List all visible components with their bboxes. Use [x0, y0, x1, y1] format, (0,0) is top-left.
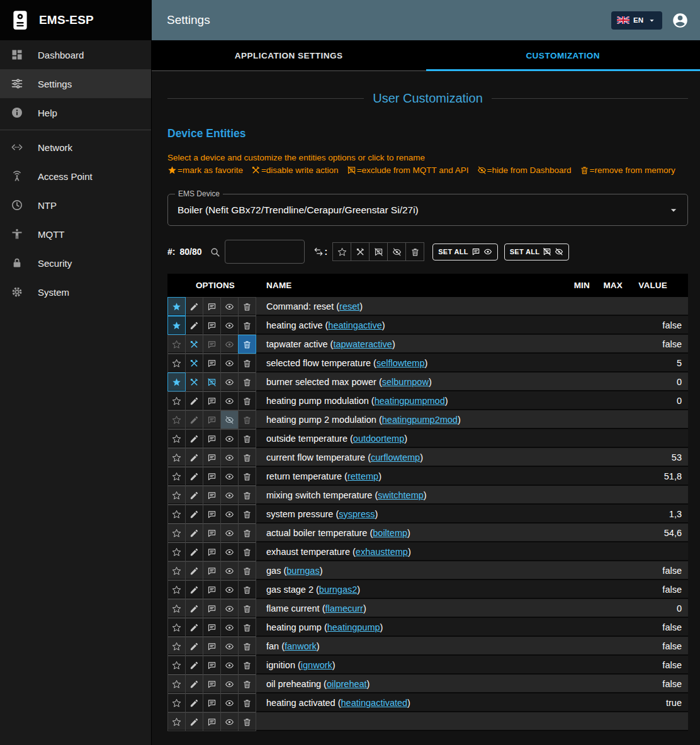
hide-from-dashboard-toggle[interactable] — [220, 542, 239, 561]
entity-code-link[interactable]: burngas — [286, 566, 319, 576]
exclude-mqtt-toggle[interactable] — [203, 335, 221, 354]
exclude-mqtt-toggle[interactable] — [203, 486, 221, 505]
hide-from-dashboard-toggle[interactable] — [220, 675, 239, 693]
remove-from-memory-toggle[interactable] — [238, 712, 256, 731]
set-all-button-2[interactable]: SET ALL — [504, 244, 570, 260]
edit-name-toggle[interactable] — [185, 410, 203, 429]
edit-name-toggle[interactable] — [185, 467, 203, 486]
account-icon[interactable] — [672, 12, 689, 29]
sidebar-item-settings[interactable]: Settings — [0, 69, 151, 98]
remove-from-memory-toggle[interactable] — [238, 580, 256, 599]
entity-row[interactable]: heating active (heatingactive)false — [167, 316, 688, 335]
edit-name-toggle[interactable] — [185, 561, 203, 580]
edit-name-toggle[interactable] — [185, 505, 203, 524]
exclude-mqtt-toggle[interactable] — [203, 693, 221, 712]
filter-disable-write-toggle[interactable] — [351, 242, 370, 261]
entity-code-link[interactable]: heatingpump — [327, 622, 380, 632]
entity-row[interactable]: tapwater active (tapwateractive)false — [167, 335, 688, 354]
entity-code-link[interactable]: heatingpumpmod — [375, 396, 445, 406]
exclude-mqtt-toggle[interactable] — [203, 429, 221, 448]
exclude-mqtt-toggle[interactable] — [203, 656, 221, 675]
hide-from-dashboard-toggle[interactable] — [220, 391, 239, 410]
exclude-mqtt-toggle[interactable] — [203, 618, 221, 637]
favorite-toggle[interactable] — [167, 486, 186, 505]
entity-code-link[interactable]: heatingpump2mod — [382, 415, 458, 425]
sidebar-item-mqtt[interactable]: MQTT — [0, 220, 151, 249]
exclude-mqtt-toggle[interactable] — [203, 561, 221, 580]
hide-from-dashboard-toggle[interactable] — [220, 524, 239, 542]
hide-from-dashboard-toggle[interactable] — [220, 467, 239, 486]
entity-row[interactable]: heating activated (heatingactivated)true — [167, 693, 688, 712]
remove-from-memory-toggle[interactable] — [238, 505, 256, 524]
remove-from-memory-toggle[interactable] — [238, 467, 256, 486]
entity-code-link[interactable]: boiltemp — [373, 528, 407, 538]
favorite-toggle[interactable] — [167, 675, 186, 693]
remove-from-memory-toggle[interactable] — [238, 656, 256, 675]
entity-code-link[interactable]: syspress — [339, 509, 375, 519]
filter-removed-toggle[interactable] — [405, 242, 424, 261]
exclude-mqtt-toggle[interactable] — [203, 580, 221, 599]
set-all-button-1[interactable]: SET ALL — [432, 244, 498, 260]
hide-from-dashboard-toggle[interactable] — [220, 335, 239, 354]
exclude-mqtt-toggle[interactable] — [203, 373, 221, 391]
entity-row[interactable]: outside temperature (outdoortemp) — [167, 429, 688, 448]
entity-row[interactable]: exhaust temperature (exhausttemp) — [167, 542, 688, 561]
exclude-mqtt-toggle[interactable] — [203, 297, 221, 316]
favorite-toggle[interactable] — [167, 373, 186, 391]
entity-code-link[interactable]: flamecurr — [325, 603, 363, 613]
entity-row[interactable]: heating pump 2 modulation (heatingpump2m… — [167, 410, 688, 429]
entity-row[interactable]: actual boiler temperature (boiltemp)54,6 — [167, 524, 688, 542]
entity-row[interactable]: current flow temperature (curflowtemp)53 — [167, 448, 688, 467]
exclude-mqtt-toggle[interactable] — [203, 637, 221, 656]
exclude-mqtt-toggle[interactable] — [203, 542, 221, 561]
remove-from-memory-toggle[interactable] — [238, 599, 256, 618]
ems-device-select[interactable]: EMS Device Boiler (Nefit GBx72/Trendline… — [167, 194, 688, 226]
favorite-toggle[interactable] — [167, 316, 186, 335]
sidebar-item-ntp[interactable]: NTP — [0, 191, 151, 220]
remove-from-memory-toggle[interactable] — [238, 448, 256, 467]
exclude-mqtt-toggle[interactable] — [203, 410, 221, 429]
entity-row[interactable]: heating pump (heatingpump)false — [167, 618, 688, 637]
favorite-toggle[interactable] — [167, 467, 186, 486]
exclude-mqtt-toggle[interactable] — [203, 524, 221, 542]
exclude-mqtt-toggle[interactable] — [203, 391, 221, 410]
entity-code-link[interactable]: ignwork — [301, 660, 332, 670]
disable-write-toggle[interactable] — [185, 335, 203, 354]
remove-from-memory-toggle[interactable] — [238, 524, 256, 542]
entity-code-link[interactable]: tapwateractive — [333, 339, 392, 349]
edit-name-toggle[interactable] — [185, 448, 203, 467]
filter-exclude-mqtt-toggle[interactable] — [369, 242, 388, 261]
remove-from-memory-toggle[interactable] — [238, 429, 256, 448]
hide-from-dashboard-toggle[interactable] — [220, 637, 239, 656]
favorite-toggle[interactable] — [167, 354, 186, 373]
remove-from-memory-toggle[interactable] — [238, 542, 256, 561]
favorite-toggle[interactable] — [167, 335, 186, 354]
favorite-toggle[interactable] — [167, 448, 186, 467]
exclude-mqtt-toggle[interactable] — [203, 712, 221, 731]
hide-from-dashboard-toggle[interactable] — [220, 429, 239, 448]
hide-from-dashboard-toggle[interactable] — [220, 580, 239, 599]
remove-from-memory-toggle[interactable] — [238, 410, 256, 429]
edit-name-toggle[interactable] — [185, 656, 203, 675]
remove-from-memory-toggle[interactable] — [238, 373, 256, 391]
entity-code-link[interactable]: curflowtemp — [371, 452, 420, 462]
exclude-mqtt-toggle[interactable] — [203, 467, 221, 486]
edit-name-toggle[interactable] — [185, 637, 203, 656]
remove-from-memory-toggle[interactable] — [238, 486, 256, 505]
hide-from-dashboard-toggle[interactable] — [220, 712, 239, 731]
entity-code-link[interactable]: selflowtemp — [376, 358, 425, 368]
entity-code-link[interactable]: rettemp — [347, 471, 378, 481]
entity-row[interactable]: mixing switch temperature (switchtemp) — [167, 486, 688, 505]
hide-from-dashboard-toggle[interactable] — [220, 618, 239, 637]
remove-from-memory-toggle[interactable] — [238, 561, 256, 580]
exclude-mqtt-toggle[interactable] — [203, 316, 221, 335]
entity-code-link[interactable]: reset — [339, 301, 359, 311]
entity-row[interactable]: heating pump modulation (heatingpumpmod)… — [167, 391, 688, 410]
sidebar-item-network[interactable]: Network — [0, 133, 151, 162]
search-input[interactable] — [225, 240, 305, 264]
entity-row[interactable]: burner selected max power (selburnpow)0 — [167, 373, 688, 391]
edit-name-toggle[interactable] — [185, 297, 203, 316]
edit-name-toggle[interactable] — [185, 618, 203, 637]
hide-from-dashboard-toggle[interactable] — [220, 373, 239, 391]
disable-write-toggle[interactable] — [185, 354, 203, 373]
